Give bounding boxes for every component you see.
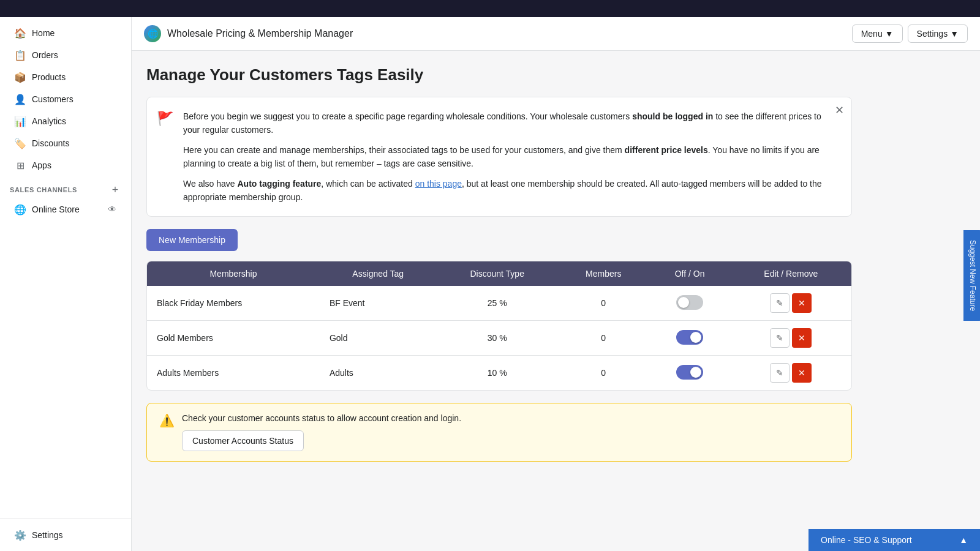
sidebar-item-customers[interactable]: 👤 Customers bbox=[5, 89, 126, 110]
th-members: Members bbox=[558, 261, 649, 286]
sidebar-item-online-store[interactable]: 🌐 Online Store 👁 bbox=[5, 199, 126, 220]
th-edit-remove: Edit / Remove bbox=[731, 261, 851, 286]
customer-accounts-status-button[interactable]: Customer Accounts Status bbox=[182, 430, 304, 451]
cell-toggle-3[interactable] bbox=[649, 356, 731, 391]
cell-discount-2: 30 % bbox=[437, 321, 558, 356]
sidebar-label-online-store: Online Store bbox=[32, 204, 80, 214]
action-buttons-3: ✎ ✕ bbox=[741, 363, 842, 383]
page-content: Manage Your Customers Tags Easily 🚩 Befo… bbox=[132, 51, 867, 476]
cell-membership-3: Adults Members bbox=[147, 356, 320, 391]
add-sales-channel-button[interactable]: + bbox=[109, 184, 121, 196]
info-line-2-bold: different price levels bbox=[625, 145, 708, 155]
sidebar-label-customers: Customers bbox=[32, 94, 74, 104]
sidebar-item-discounts[interactable]: 🏷️ Discounts bbox=[5, 133, 126, 154]
toggle-3[interactable] bbox=[676, 365, 703, 380]
remove-button-3[interactable]: ✕ bbox=[792, 363, 812, 383]
th-membership: Membership bbox=[147, 261, 320, 286]
sidebar-item-settings[interactable]: ⚙️ Settings bbox=[5, 525, 126, 545]
remove-button-1[interactable]: ✕ bbox=[792, 293, 812, 313]
settings-chevron-icon: ▼ bbox=[950, 29, 959, 39]
sidebar-item-products[interactable]: 📦 Products bbox=[5, 67, 126, 88]
sales-channels-section: SALES CHANNELS + bbox=[0, 176, 131, 198]
app-title: Wholesale Pricing & Membership Manager bbox=[167, 28, 353, 39]
cell-actions-3: ✎ ✕ bbox=[731, 356, 851, 391]
top-bar bbox=[0, 0, 980, 17]
cell-members-1: 0 bbox=[558, 286, 649, 321]
info-line-3-link[interactable]: on this page bbox=[415, 179, 462, 189]
products-icon: 📦 bbox=[15, 72, 26, 83]
edit-button-1[interactable]: ✎ bbox=[770, 293, 790, 313]
info-line-3-bold: Auto tagging feature bbox=[237, 179, 321, 189]
sidebar-label-settings: Settings bbox=[32, 530, 63, 540]
sidebar-item-apps[interactable]: ⊞ Apps bbox=[5, 155, 126, 176]
suggest-feature-tab[interactable]: Suggest New Feature bbox=[963, 230, 980, 321]
table-header: Membership Assigned Tag Discount Type Me… bbox=[147, 261, 851, 286]
home-icon: 🏠 bbox=[15, 28, 26, 39]
cell-actions-2: ✎ ✕ bbox=[731, 321, 851, 356]
table-header-row: Membership Assigned Tag Discount Type Me… bbox=[147, 261, 851, 286]
warning-box: ⚠️ Check your customer accounts status t… bbox=[146, 403, 852, 462]
bottom-bar-chevron: ▲ bbox=[959, 535, 968, 545]
online-store-icon: 🌐 bbox=[15, 204, 26, 215]
sidebar-item-orders[interactable]: 📋 Orders bbox=[5, 45, 126, 66]
menu-chevron-icon: ▼ bbox=[885, 29, 894, 39]
toggle-2[interactable] bbox=[676, 330, 703, 345]
sidebar-label-home: Home bbox=[32, 28, 55, 38]
info-line-1-bold: should be logged in bbox=[632, 111, 713, 121]
info-line-1-before: Before you begin we suggest you to creat… bbox=[183, 111, 632, 121]
cell-membership-1: Black Friday Members bbox=[147, 286, 320, 321]
sidebar-item-analytics[interactable]: 📊 Analytics bbox=[5, 111, 126, 132]
eye-icon[interactable]: 👁 bbox=[108, 204, 116, 214]
app-header: 🌐 Wholesale Pricing & Membership Manager… bbox=[132, 17, 980, 51]
cell-toggle-2[interactable] bbox=[649, 321, 731, 356]
table-body: Black Friday Members BF Event 25 % 0 ✎ ✕ bbox=[147, 286, 851, 390]
sidebar-label-analytics: Analytics bbox=[32, 116, 66, 126]
new-membership-button[interactable]: New Membership bbox=[146, 229, 238, 251]
warning-icon: ⚠️ bbox=[159, 413, 175, 428]
apps-icon: ⊞ bbox=[15, 160, 26, 171]
sidebar-label-discounts: Discounts bbox=[32, 138, 69, 148]
action-buttons-2: ✎ ✕ bbox=[741, 328, 842, 348]
app-header-left: 🌐 Wholesale Pricing & Membership Manager bbox=[144, 25, 353, 42]
info-line-3: We also have Auto tagging feature, which… bbox=[183, 177, 839, 204]
bottom-bar-label: Online - SEO & Support bbox=[821, 535, 912, 545]
info-box-close-button[interactable]: ✕ bbox=[835, 105, 844, 116]
cell-members-3: 0 bbox=[558, 356, 649, 391]
app-header-right: Menu ▼ Settings ▼ bbox=[852, 24, 968, 43]
settings-button[interactable]: Settings ▼ bbox=[908, 24, 968, 43]
settings-icon: ⚙️ bbox=[15, 530, 26, 541]
page-title: Manage Your Customers Tags Easily bbox=[146, 66, 852, 84]
bottom-bar[interactable]: Online - SEO & Support ▲ bbox=[809, 529, 980, 551]
edit-button-2[interactable]: ✎ bbox=[770, 328, 790, 348]
info-line-3-before: We also have bbox=[183, 179, 237, 189]
remove-button-2[interactable]: ✕ bbox=[792, 328, 812, 348]
cell-toggle-1[interactable] bbox=[649, 286, 731, 321]
app-logo: 🌐 bbox=[144, 25, 161, 42]
orders-icon: 📋 bbox=[15, 50, 26, 61]
menu-button-label: Menu bbox=[861, 29, 883, 39]
info-box-content: Before you begin we suggest you to creat… bbox=[183, 110, 839, 204]
menu-button[interactable]: Menu ▼ bbox=[852, 24, 903, 43]
customers-icon: 👤 bbox=[15, 94, 26, 105]
cell-discount-1: 25 % bbox=[437, 286, 558, 321]
cell-membership-2: Gold Members bbox=[147, 321, 320, 356]
cell-members-2: 0 bbox=[558, 321, 649, 356]
th-discount-type: Discount Type bbox=[437, 261, 558, 286]
action-buttons-1: ✎ ✕ bbox=[741, 293, 842, 313]
toggle-1[interactable] bbox=[676, 295, 703, 310]
cell-discount-3: 10 % bbox=[437, 356, 558, 391]
sidebar-item-home[interactable]: 🏠 Home bbox=[5, 23, 126, 43]
cell-tag-3: Adults bbox=[320, 356, 437, 391]
membership-table-element: Membership Assigned Tag Discount Type Me… bbox=[147, 261, 851, 390]
sidebar-label-apps: Apps bbox=[32, 160, 51, 170]
analytics-icon: 📊 bbox=[15, 116, 26, 127]
sidebar-label-products: Products bbox=[32, 72, 66, 82]
info-box: 🚩 Before you begin we suggest you to cre… bbox=[146, 97, 852, 217]
info-line-1: Before you begin we suggest you to creat… bbox=[183, 110, 839, 137]
table-row: Gold Members Gold 30 % 0 ✎ ✕ bbox=[147, 321, 851, 356]
cell-actions-1: ✎ ✕ bbox=[731, 286, 851, 321]
table-row: Adults Members Adults 10 % 0 ✎ ✕ bbox=[147, 356, 851, 391]
info-line-3-middle: , which can be activated bbox=[321, 179, 415, 189]
main-content: 🌐 Wholesale Pricing & Membership Manager… bbox=[132, 17, 980, 551]
edit-button-3[interactable]: ✎ bbox=[770, 363, 790, 383]
